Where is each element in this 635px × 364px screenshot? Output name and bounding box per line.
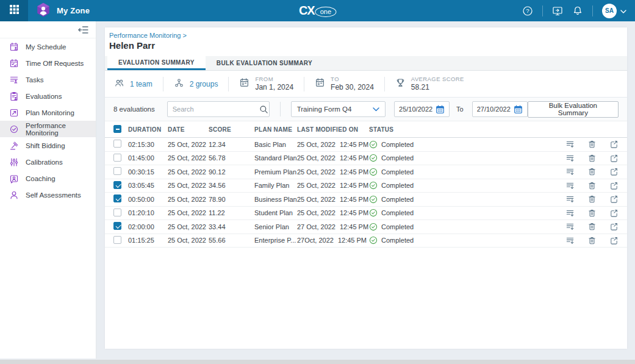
calendar-picker-icon[interactable] — [436, 105, 445, 114]
sidebar-item-time-off-requests[interactable]: Time Off Requests — [0, 55, 96, 71]
delete-icon[interactable] — [587, 222, 597, 231]
app-title: My Zone — [57, 6, 90, 15]
chevron-down-icon — [620, 5, 626, 16]
column-header-plan-name[interactable]: PLAN NAME — [254, 126, 297, 133]
select-all-checkbox[interactable] — [113, 125, 121, 133]
groups-link[interactable]: 2 groups — [190, 80, 218, 88]
table-row[interactable]: 01:15:25 25 Oct, 2022 55.66 Enterprise P… — [105, 234, 627, 248]
plan-name-cell: Student Plan — [254, 209, 297, 216]
form-filter-select[interactable]: Training Form Q4 — [291, 101, 386, 117]
notifications-bell-icon[interactable] — [572, 5, 583, 16]
sidebar-item-label: Coaching — [26, 175, 56, 182]
row-checkbox[interactable] — [113, 236, 121, 244]
sidebar-item-tasks[interactable]: Tasks — [0, 71, 96, 88]
open-external-icon[interactable] — [609, 140, 619, 149]
table-row[interactable]: 02:15:30 25 Oct, 2022 12.34 Basic Plan 2… — [105, 138, 627, 152]
open-external-icon[interactable] — [609, 181, 619, 190]
sidebar-item-calibrations[interactable]: Calibrations — [0, 154, 96, 170]
date-from-input[interactable] — [399, 105, 436, 113]
column-header-status[interactable]: STATUS — [369, 126, 554, 133]
plan-name-cell: Family Plan — [254, 182, 297, 189]
append-evaluation-icon[interactable] — [565, 222, 575, 231]
column-header-last-modified[interactable]: LAST MODIFIED ON — [297, 126, 369, 133]
status-text: Completed — [381, 223, 414, 230]
tab-evaluation-summary[interactable]: EVALUATION SUMMARY — [107, 56, 206, 70]
status-cell: Completed — [369, 181, 554, 190]
delete-icon[interactable] — [587, 140, 597, 149]
groups-filter[interactable]: 2 groups — [174, 78, 218, 90]
team-link[interactable]: 1 team — [130, 80, 152, 88]
user-menu[interactable]: SA — [602, 4, 626, 18]
date-cell: 25 Oct, 2022 — [168, 141, 209, 148]
delete-icon[interactable] — [587, 194, 597, 204]
calendar-picker-icon[interactable] — [514, 105, 523, 114]
top-bar: My Zone CXone ? SA — [0, 0, 635, 21]
last-modified-cell: 27 Oct, 2022 12:45 PM — [297, 223, 369, 230]
score-cell: 90.12 — [209, 168, 254, 176]
app-launcher-button[interactable] — [0, 0, 28, 21]
append-evaluation-icon[interactable] — [565, 181, 575, 190]
trophy-icon — [395, 77, 406, 90]
append-evaluation-icon[interactable] — [565, 209, 575, 218]
duration-cell: 02:15:30 — [128, 141, 168, 148]
delete-icon[interactable] — [587, 181, 597, 190]
table-row[interactable]: 01:20:10 25 Oct, 2022 11.22 Student Plan… — [105, 207, 627, 221]
bulk-evaluation-summary-button[interactable]: Bulk Evaluation Summary — [528, 101, 619, 118]
row-actions — [554, 167, 619, 176]
sidebar-item-performance-monitoring[interactable]: Performance Monitoring — [0, 121, 96, 137]
append-evaluation-icon[interactable] — [565, 140, 575, 149]
row-checkbox[interactable] — [113, 167, 121, 175]
append-evaluation-icon[interactable] — [565, 194, 575, 204]
open-external-icon[interactable] — [609, 222, 619, 231]
row-actions — [554, 209, 619, 218]
row-checkbox[interactable] — [113, 140, 121, 148]
search-input[interactable] — [173, 105, 259, 113]
row-checkbox[interactable] — [113, 154, 121, 162]
screen-share-icon[interactable] — [552, 5, 563, 16]
sidebar-item-coaching[interactable]: Coaching — [0, 170, 96, 187]
date-cell: 25 Oct, 2022 — [168, 237, 209, 244]
append-evaluation-icon[interactable] — [565, 154, 575, 163]
delete-icon[interactable] — [587, 236, 597, 245]
tab-bulk-evaluation-summary[interactable]: BULK EVALUATION SUMMARY — [206, 56, 323, 70]
row-checkbox[interactable] — [113, 194, 121, 202]
sidebar-item-plan-monitoring[interactable]: Plan Monitoring — [0, 104, 96, 121]
row-checkbox[interactable] — [113, 209, 121, 216]
my-zone-app[interactable]: My Zone — [35, 2, 90, 20]
search-icon[interactable] — [259, 105, 268, 114]
sidebar-item-shift-bidding[interactable]: Shift Bidding — [0, 137, 96, 154]
sidebar: My Schedule Time Off Requests Tasks Eval… — [0, 21, 96, 359]
open-external-icon[interactable] — [609, 154, 619, 163]
table-row[interactable]: 00:30:15 25 Oct, 2022 90.12 Premium Plan… — [105, 165, 627, 179]
sidebar-item-evaluations[interactable]: Evaluations — [0, 88, 96, 104]
table-row[interactable]: 00:50:00 25 Oct, 2022 78.90 Business Pla… — [105, 193, 627, 207]
table-row[interactable]: 02:00:00 25 Oct, 2022 33.44 Senior Plan … — [105, 220, 627, 234]
sidebar-item-my-schedule[interactable]: My Schedule — [0, 38, 96, 55]
row-actions — [554, 181, 619, 190]
table-row[interactable]: 01:45:00 25 Oct, 2022 56.78 Standard Pla… — [105, 152, 627, 166]
date-to-input[interactable] — [477, 105, 514, 113]
sidebar-item-self-assessments[interactable]: Self Assessments — [0, 187, 96, 203]
open-external-icon[interactable] — [609, 167, 619, 176]
open-external-icon[interactable] — [609, 209, 619, 218]
help-icon[interactable]: ? — [522, 5, 533, 16]
append-evaluation-icon[interactable] — [565, 236, 575, 245]
column-header-date[interactable]: DATE — [168, 126, 209, 133]
sidebar-item-label: Performance Monitoring — [26, 122, 96, 137]
evaluations-count: 8 evaluations — [113, 105, 155, 113]
column-header-score[interactable]: SCORE — [209, 126, 254, 133]
column-header-duration[interactable]: DURATION — [128, 126, 168, 133]
team-filter[interactable]: 1 team — [114, 78, 152, 90]
open-external-icon[interactable] — [609, 236, 619, 245]
row-checkbox[interactable] — [113, 222, 121, 230]
table-row[interactable]: 03:05:45 25 Oct, 2022 34.56 Family Plan … — [105, 179, 627, 193]
delete-icon[interactable] — [587, 154, 597, 163]
append-evaluation-icon[interactable] — [565, 167, 575, 176]
breadcrumb[interactable]: Performance Monitoring > — [109, 32, 627, 39]
bottom-scrollbar-track[interactable] — [0, 360, 635, 364]
collapse-sidebar-icon[interactable] — [78, 26, 88, 34]
open-external-icon[interactable] — [609, 194, 619, 204]
delete-icon[interactable] — [587, 167, 597, 176]
row-checkbox[interactable] — [113, 181, 121, 189]
delete-icon[interactable] — [587, 209, 597, 218]
